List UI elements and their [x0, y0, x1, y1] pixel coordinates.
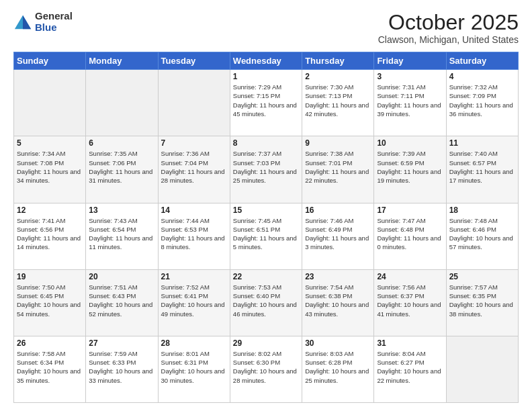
day-info: Sunrise: 7:52 AMSunset: 6:41 PMDaylight:… [161, 283, 227, 318]
day-header-saturday: Saturday [446, 52, 518, 70]
svg-marker-1 [23, 15, 31, 29]
day-number: 31 [377, 338, 443, 348]
day-info: Sunrise: 7:34 AMSunset: 7:08 PMDaylight:… [17, 149, 83, 185]
calendar-cell: 6Sunrise: 7:35 AMSunset: 7:06 PMDaylight… [86, 136, 158, 203]
calendar-cell: 13Sunrise: 7:43 AMSunset: 6:54 PMDayligh… [86, 203, 158, 269]
calendar-cell: 23Sunrise: 7:54 AMSunset: 6:38 PMDayligh… [302, 269, 374, 336]
calendar-cell: 21Sunrise: 7:52 AMSunset: 6:41 PMDayligh… [158, 269, 230, 336]
day-number: 24 [377, 272, 443, 281]
day-number: 29 [233, 338, 299, 348]
week-row-2: 5Sunrise: 7:34 AMSunset: 7:08 PMDaylight… [14, 136, 519, 203]
day-number: 27 [89, 338, 154, 348]
day-info: Sunrise: 7:40 AMSunset: 6:57 PMDaylight:… [449, 149, 515, 185]
day-number: 21 [161, 272, 227, 281]
calendar-cell: 4Sunrise: 7:32 AMSunset: 7:09 PMDaylight… [446, 70, 518, 136]
day-info: Sunrise: 7:46 AMSunset: 6:49 PMDaylight:… [305, 216, 371, 252]
day-number: 22 [233, 272, 299, 281]
day-number: 3 [377, 72, 443, 81]
day-number: 9 [305, 138, 371, 148]
calendar-cell: 27Sunrise: 7:59 AMSunset: 6:33 PMDayligh… [86, 336, 158, 402]
calendar-cell: 25Sunrise: 7:57 AMSunset: 6:35 PMDayligh… [446, 269, 518, 336]
calendar-cell: 14Sunrise: 7:44 AMSunset: 6:53 PMDayligh… [158, 203, 230, 269]
calendar-cell [446, 336, 518, 402]
day-info: Sunrise: 7:29 AMSunset: 7:15 PMDaylight:… [233, 83, 299, 118]
day-info: Sunrise: 7:44 AMSunset: 6:53 PMDaylight:… [161, 216, 227, 252]
calendar-cell: 12Sunrise: 7:41 AMSunset: 6:56 PMDayligh… [14, 203, 86, 269]
calendar-cell: 22Sunrise: 7:53 AMSunset: 6:40 PMDayligh… [230, 269, 302, 336]
title-block: October 2025 Clawson, Michigan, United S… [378, 11, 519, 45]
day-number: 25 [449, 272, 515, 281]
day-number: 23 [305, 272, 371, 281]
main-title: October 2025 [378, 11, 519, 34]
day-header-sunday: Sunday [14, 52, 86, 70]
calendar-cell: 18Sunrise: 7:48 AMSunset: 6:46 PMDayligh… [446, 203, 518, 269]
day-number: 11 [449, 138, 515, 148]
day-info: Sunrise: 7:51 AMSunset: 6:43 PMDaylight:… [89, 283, 154, 318]
calendar-cell: 10Sunrise: 7:39 AMSunset: 6:59 PMDayligh… [374, 136, 446, 203]
calendar-cell: 17Sunrise: 7:47 AMSunset: 6:48 PMDayligh… [374, 203, 446, 269]
calendar-table: SundayMondayTuesdayWednesdayThursdayFrid… [13, 52, 519, 403]
day-info: Sunrise: 7:59 AMSunset: 6:33 PMDaylight:… [89, 349, 154, 385]
logo-icon [13, 13, 32, 32]
day-info: Sunrise: 7:38 AMSunset: 7:01 PMDaylight:… [305, 149, 371, 185]
day-info: Sunrise: 7:31 AMSunset: 7:11 PMDaylight:… [377, 83, 443, 118]
day-number: 8 [233, 138, 299, 148]
day-info: Sunrise: 7:37 AMSunset: 7:03 PMDaylight:… [233, 149, 299, 185]
calendar-cell: 31Sunrise: 8:04 AMSunset: 6:27 PMDayligh… [374, 336, 446, 402]
day-number: 16 [305, 205, 371, 215]
day-info: Sunrise: 7:47 AMSunset: 6:48 PMDaylight:… [377, 216, 443, 252]
day-info: Sunrise: 7:45 AMSunset: 6:51 PMDaylight:… [233, 216, 299, 252]
day-number: 28 [161, 338, 227, 348]
day-number: 10 [377, 138, 443, 148]
week-row-3: 12Sunrise: 7:41 AMSunset: 6:56 PMDayligh… [14, 203, 519, 269]
day-number: 4 [449, 72, 515, 81]
day-number: 12 [17, 205, 83, 215]
day-info: Sunrise: 7:48 AMSunset: 6:46 PMDaylight:… [449, 216, 515, 252]
calendar-cell [14, 70, 86, 136]
day-header-wednesday: Wednesday [230, 52, 302, 70]
day-info: Sunrise: 7:43 AMSunset: 6:54 PMDaylight:… [89, 216, 154, 252]
day-header-friday: Friday [374, 52, 446, 70]
logo: General Blue [13, 11, 73, 33]
calendar-cell: 28Sunrise: 8:01 AMSunset: 6:31 PMDayligh… [158, 336, 230, 402]
header-row: SundayMondayTuesdayWednesdayThursdayFrid… [14, 52, 519, 70]
subtitle: Clawson, Michigan, United States [378, 34, 519, 45]
week-row-1: 1Sunrise: 7:29 AMSunset: 7:15 PMDaylight… [14, 70, 519, 136]
calendar-cell: 2Sunrise: 7:30 AMSunset: 7:13 PMDaylight… [302, 70, 374, 136]
day-header-tuesday: Tuesday [158, 52, 230, 70]
day-info: Sunrise: 7:56 AMSunset: 6:37 PMDaylight:… [377, 283, 443, 318]
week-row-5: 26Sunrise: 7:58 AMSunset: 6:34 PMDayligh… [14, 336, 519, 402]
calendar-cell: 26Sunrise: 7:58 AMSunset: 6:34 PMDayligh… [14, 336, 86, 402]
day-number: 2 [305, 72, 371, 81]
day-header-monday: Monday [86, 52, 158, 70]
calendar-cell: 29Sunrise: 8:02 AMSunset: 6:30 PMDayligh… [230, 336, 302, 402]
logo-blue: Blue [35, 22, 73, 34]
calendar-cell: 24Sunrise: 7:56 AMSunset: 6:37 PMDayligh… [374, 269, 446, 336]
day-number: 15 [233, 205, 299, 215]
calendar-cell: 19Sunrise: 7:50 AMSunset: 6:45 PMDayligh… [14, 269, 86, 336]
calendar-cell: 16Sunrise: 7:46 AMSunset: 6:49 PMDayligh… [302, 203, 374, 269]
day-info: Sunrise: 7:57 AMSunset: 6:35 PMDaylight:… [449, 283, 515, 318]
calendar-cell: 15Sunrise: 7:45 AMSunset: 6:51 PMDayligh… [230, 203, 302, 269]
calendar-cell: 1Sunrise: 7:29 AMSunset: 7:15 PMDaylight… [230, 70, 302, 136]
day-info: Sunrise: 7:36 AMSunset: 7:04 PMDaylight:… [161, 149, 227, 185]
calendar-cell: 11Sunrise: 7:40 AMSunset: 6:57 PMDayligh… [446, 136, 518, 203]
day-info: Sunrise: 7:39 AMSunset: 6:59 PMDaylight:… [377, 149, 443, 185]
day-info: Sunrise: 8:01 AMSunset: 6:31 PMDaylight:… [161, 349, 227, 385]
day-info: Sunrise: 7:35 AMSunset: 7:06 PMDaylight:… [89, 149, 154, 185]
day-number: 6 [89, 138, 154, 148]
day-number: 17 [377, 205, 443, 215]
calendar-cell: 7Sunrise: 7:36 AMSunset: 7:04 PMDaylight… [158, 136, 230, 203]
day-number: 7 [161, 138, 227, 148]
day-number: 18 [449, 205, 515, 215]
calendar-cell [158, 70, 230, 136]
day-info: Sunrise: 7:54 AMSunset: 6:38 PMDaylight:… [305, 283, 371, 318]
logo-text: General Blue [35, 11, 73, 33]
day-number: 20 [89, 272, 154, 281]
day-info: Sunrise: 8:04 AMSunset: 6:27 PMDaylight:… [377, 349, 443, 385]
day-number: 1 [233, 72, 299, 81]
header: General Blue October 2025 Clawson, Michi… [13, 11, 519, 45]
calendar-cell: 8Sunrise: 7:37 AMSunset: 7:03 PMDaylight… [230, 136, 302, 203]
day-number: 14 [161, 205, 227, 215]
page: General Blue October 2025 Clawson, Michi… [0, 0, 532, 411]
